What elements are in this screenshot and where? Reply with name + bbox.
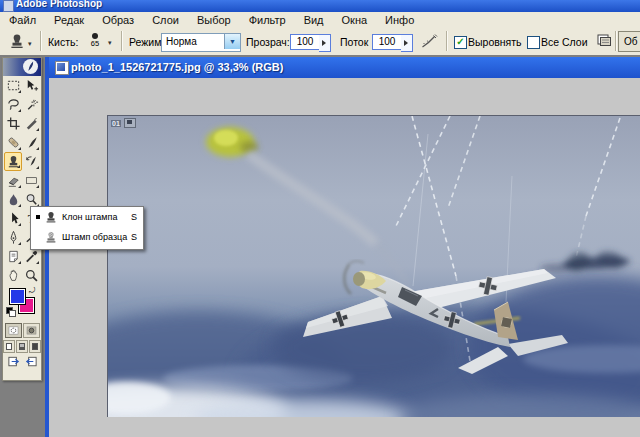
- frame-number: 01: [111, 120, 121, 127]
- mode-label: Режим: [129, 36, 161, 48]
- brush-dropdown-icon[interactable]: ▾: [108, 39, 112, 47]
- app-title: Adobe Photoshop: [16, 0, 102, 9]
- menu-help[interactable]: Инфо: [376, 14, 423, 26]
- selected-marker: [36, 215, 40, 219]
- tool-zoom[interactable]: [22, 266, 40, 285]
- tool-pen[interactable]: [4, 228, 22, 247]
- current-tool-icon[interactable]: [8, 32, 26, 50]
- separator: [446, 31, 448, 51]
- blend-mode-select[interactable]: Норма ▼: [161, 33, 241, 52]
- photo-frame-overlay: 01: [111, 118, 136, 128]
- flow-label: Поток: [340, 36, 368, 48]
- menu-edit[interactable]: Редак: [45, 14, 93, 26]
- menu-image[interactable]: Образ: [93, 14, 143, 26]
- airbrush-toggle-icon[interactable]: [420, 33, 440, 49]
- imageready-icon[interactable]: [23, 355, 38, 369]
- menu-bar: Файл Редак Образ Слои Выбор Фильтр Вид О…: [0, 12, 640, 29]
- menu-select[interactable]: Выбор: [188, 14, 240, 26]
- tool-move[interactable]: [22, 76, 40, 95]
- menu-file[interactable]: Файл: [0, 14, 45, 26]
- tool-hand[interactable]: [4, 266, 22, 285]
- tool-options-bar: ▾ Кисть: 65 ▾ Режим Норма ▼ Прозрач: 100…: [0, 28, 640, 56]
- tool-eraser[interactable]: [4, 171, 22, 190]
- tool-history-brush[interactable]: [22, 152, 40, 171]
- all-layers-label: Все Слои: [541, 36, 588, 48]
- color-swatches: ⤾: [3, 285, 41, 321]
- flow-slider-button[interactable]: [401, 34, 413, 52]
- feather-icon: [27, 60, 35, 73]
- flyout-item-pattern-stamp[interactable]: Штамп образца S: [31, 227, 143, 247]
- foreground-color-swatch[interactable]: [9, 288, 26, 305]
- quick-mask-mode-button[interactable]: [23, 323, 40, 338]
- standard-screen-button[interactable]: [3, 340, 15, 353]
- pattern-stamp-icon: [44, 230, 58, 244]
- flyout-shortcut: S: [131, 232, 137, 242]
- flyout-shortcut: S: [131, 212, 137, 222]
- flyout-label: Клон штампа: [62, 212, 131, 222]
- standard-mode-button[interactable]: [5, 323, 22, 338]
- tool-slice[interactable]: [22, 114, 40, 133]
- app-titlebar[interactable]: Adobe Photoshop: [0, 0, 640, 12]
- tool-blur[interactable]: [4, 190, 22, 209]
- tool-preset-dropdown-icon[interactable]: ▾: [28, 40, 32, 48]
- tool-healing-brush[interactable]: [4, 133, 22, 152]
- separator: [121, 31, 123, 51]
- screen-mode-buttons: [3, 340, 41, 353]
- fullscreen-button[interactable]: [29, 340, 41, 353]
- tool-lasso[interactable]: [4, 95, 22, 114]
- jump-to-imageready-icon[interactable]: [7, 355, 22, 369]
- tool-crop[interactable]: [4, 114, 22, 133]
- document-icon: [55, 61, 69, 75]
- align-label: Выровнять: [468, 36, 522, 48]
- separator: [40, 31, 42, 51]
- brush-size-value: 65: [84, 39, 106, 48]
- clone-stamp-flyout-menu: Клон штампа S Штамп образца S: [30, 206, 144, 250]
- clone-stamp-icon: [44, 210, 58, 224]
- menu-layers[interactable]: Слои: [143, 14, 188, 26]
- default-colors-icon[interactable]: [6, 307, 15, 316]
- opacity-slider-button[interactable]: [319, 34, 331, 52]
- fullscreen-menubar-button[interactable]: [16, 340, 28, 353]
- photoshop-window: Adobe Photoshop Файл Редак Образ Слои Вы…: [0, 0, 640, 437]
- menu-view[interactable]: Вид: [295, 14, 333, 26]
- blend-mode-value: Норма: [166, 36, 197, 47]
- quick-mask-buttons: [3, 323, 41, 338]
- tool-clone-stamp[interactable]: [4, 152, 22, 171]
- flyout-label: Штамп образца: [62, 232, 131, 242]
- flyout-item-clone-stamp[interactable]: Клон штампа S: [31, 207, 143, 227]
- tool-gradient[interactable]: [22, 171, 40, 190]
- opacity-label: Прозрач:: [246, 36, 290, 48]
- palette-well-tab[interactable]: Об: [618, 31, 640, 52]
- separator: [615, 31, 617, 51]
- tool-rectangular-marquee[interactable]: [4, 76, 22, 95]
- flow-input[interactable]: 100: [372, 34, 402, 50]
- workspace: photo_1_1526721775.jpg @ 33,3% (RGB): [0, 55, 640, 437]
- opacity-input[interactable]: 100: [290, 34, 320, 50]
- imageready-buttons: [3, 355, 41, 369]
- tool-path-selection[interactable]: [4, 209, 22, 228]
- photo-canvas[interactable]: [107, 115, 640, 417]
- all-layers-checkbox[interactable]: [527, 36, 540, 49]
- camera-icon: [124, 118, 136, 128]
- document-title: photo_1_1526721775.jpg @ 33,3% (RGB): [71, 61, 283, 73]
- toolbox-logo-banner[interactable]: [3, 58, 41, 76]
- brush-preset-picker[interactable]: 65: [84, 31, 106, 52]
- tool-magic-wand[interactable]: [22, 95, 40, 114]
- align-checkbox[interactable]: ✓: [454, 36, 467, 49]
- menu-window[interactable]: Окна: [333, 14, 377, 26]
- tool-grid: [3, 76, 41, 285]
- tool-notes[interactable]: [4, 247, 22, 266]
- swap-colors-icon[interactable]: ⤾: [29, 286, 36, 296]
- brush-label: Кисть:: [48, 36, 78, 48]
- document-titlebar[interactable]: photo_1_1526721775.jpg @ 33,3% (RGB): [49, 57, 640, 78]
- menu-filter[interactable]: Фильтр: [240, 14, 295, 26]
- brushes-palette-toggle-icon[interactable]: [596, 33, 612, 47]
- app-icon: [3, 0, 14, 12]
- tool-brush[interactable]: [22, 133, 40, 152]
- chevron-down-icon[interactable]: ▼: [224, 34, 240, 49]
